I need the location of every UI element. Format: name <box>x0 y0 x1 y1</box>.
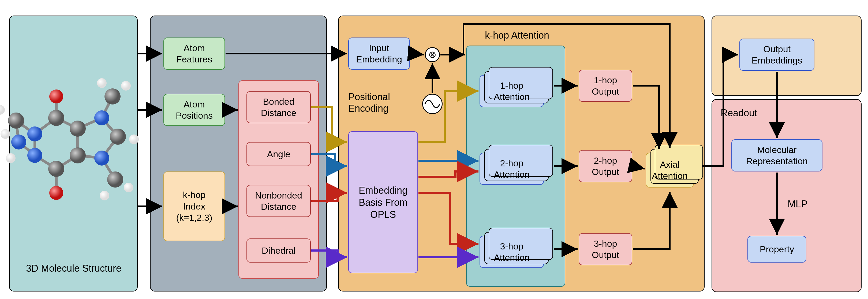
box-1hop-attention: 1-hop Attention <box>479 75 544 107</box>
box-2hop-attention: 2-hop Attention <box>479 153 544 185</box>
sine-icon <box>422 94 442 114</box>
box-khop-index: k-hop Index (k=1,2,3) <box>163 172 225 241</box>
box-input-embedding: Input Embedding <box>348 37 410 70</box>
svg-point-32 <box>0 105 5 115</box>
box-3hop-attention: 3-hop Attention <box>479 236 544 268</box>
title-readout: Readout <box>721 107 757 119</box>
box-axial-attention: Axial Attention <box>646 153 694 187</box>
box-dihedral: Dihedral <box>246 238 311 263</box>
box-output-embeddings: Output Embeddings <box>739 38 814 71</box>
box-2hop-output: 2-hop Output <box>579 150 632 182</box>
panel-readout <box>712 99 862 292</box>
box-nonbonded-distance: Nonbonded Distance <box>246 185 311 217</box>
title-khop: k-hop Attention <box>477 29 557 41</box>
box-atom-positions: Atom Positions <box>163 94 225 126</box>
label-mlp: MLP <box>787 198 807 210</box>
box-property: Property <box>747 236 806 263</box>
box-embedding-basis: Embedding Basis From OPLS <box>348 131 418 273</box>
box-1hop-output: 1-hop Output <box>579 70 632 102</box>
box-3hop-output: 3-hop Output <box>579 233 632 265</box>
title-molecule: 3D Molecule Structure <box>16 263 131 274</box>
box-molecular-rep: Molecular Representation <box>732 139 823 172</box>
tensor-product-icon: ⊗ <box>425 47 440 62</box>
box-atom-features: Atom Features <box>163 37 225 70</box>
svg-point-33 <box>1 129 10 139</box>
box-angle: Angle <box>246 142 311 166</box>
label-posenc: Positional Encoding <box>348 91 415 114</box>
panel-molecule <box>9 16 138 292</box>
box-bonded-distance: Bonded Distance <box>246 91 311 123</box>
